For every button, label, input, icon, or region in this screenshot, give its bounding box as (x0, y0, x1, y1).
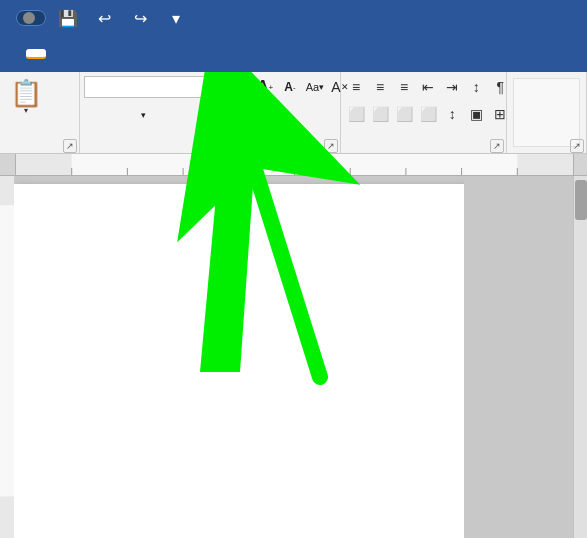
align-left-icon: ⬜ (348, 106, 365, 122)
title-bar: 💾 ↩ ↪ ▾ (0, 0, 587, 36)
numbered-list-icon: ≡ (376, 79, 384, 95)
clipboard-small-buttons (50, 78, 74, 142)
ruler-right-corner (573, 154, 587, 176)
paragraph-dialog-launcher[interactable]: ↗ (490, 139, 504, 153)
italic-button[interactable] (108, 104, 130, 126)
paragraph-group-top: ≡ ≡ ≡ ⇤ ⇥ ↕ ¶ (345, 76, 502, 149)
ruler-left-corner (0, 154, 16, 176)
redo-icon[interactable]: ↪ (126, 4, 154, 32)
para-top-row: ≡ ≡ ≡ ⇤ ⇥ ↕ ¶ (345, 76, 511, 98)
font-group: ▾ A+ A- Aa▾ A✕ (80, 72, 341, 153)
scrollbar-thumb[interactable] (575, 180, 587, 220)
document-page[interactable] (14, 184, 464, 538)
ruler-area (0, 154, 587, 176)
highlight-color-bar (266, 118, 280, 121)
menu-design[interactable] (70, 50, 90, 58)
border-icon: ⊞ (494, 106, 506, 122)
svg-rect-12 (0, 205, 14, 496)
title-bar-left: 💾 ↩ ↪ ▾ (8, 4, 190, 32)
font-grow-icon: A (257, 78, 269, 96)
multilevel-list-button[interactable]: ≡ (393, 76, 415, 98)
font-label (84, 149, 336, 153)
sort-icon: ↕ (473, 79, 480, 95)
toggle-knob (23, 12, 35, 24)
multilevel-list-icon: ≡ (400, 79, 408, 95)
undo-icon[interactable]: ↩ (90, 4, 118, 32)
font-bottom-row: ▾ ▾ (84, 103, 284, 127)
vertical-ruler (0, 176, 14, 538)
strikethrough-button[interactable] (156, 104, 178, 126)
decrease-indent-icon: ⇤ (422, 79, 434, 95)
line-spacing-button[interactable]: ↕ (441, 103, 463, 125)
decrease-indent-button[interactable]: ⇤ (417, 76, 439, 98)
styles-group-content (513, 78, 580, 147)
highlight-button[interactable]: ▾ (262, 103, 284, 127)
align-left-button[interactable]: ⬜ (345, 103, 367, 125)
subscript-button[interactable] (180, 104, 202, 126)
styles-dialog-launcher[interactable]: ↗ (570, 139, 584, 153)
font-name-dropdown-icon[interactable]: ▾ (203, 82, 208, 92)
justify-icon: ⬜ (420, 106, 437, 122)
save-icon[interactable]: 💾 (54, 4, 82, 32)
menu-insert[interactable] (48, 50, 68, 58)
clipboard-group: 📋 ▾ ↗ (0, 72, 80, 153)
document-area (0, 176, 587, 538)
align-center-button[interactable]: ⬜ (369, 103, 391, 125)
menu-file[interactable] (4, 50, 24, 58)
paragraph-group: ≡ ≡ ≡ ⇤ ⇥ ↕ ¶ (341, 72, 507, 153)
font-name-selector[interactable]: ▾ (84, 76, 212, 98)
paste-icon: 📋 (10, 80, 42, 106)
change-case-icon: Aa (306, 81, 319, 93)
autosave-toggle[interactable] (16, 10, 46, 26)
horizontal-ruler (16, 154, 573, 176)
align-right-button[interactable]: ⬜ (393, 103, 415, 125)
clear-format-icon: A (331, 79, 340, 95)
ribbon: 📋 ▾ ↗ ▾ (0, 72, 587, 154)
align-right-icon: ⬜ (396, 106, 413, 122)
font-group-top: ▾ A+ A- Aa▾ A✕ (84, 76, 336, 149)
align-center-icon: ⬜ (372, 106, 389, 122)
font-grow-button[interactable]: A+ (254, 76, 276, 98)
menu-references[interactable] (114, 50, 134, 58)
numbered-list-button[interactable]: ≡ (369, 76, 391, 98)
shading-icon: ▣ (470, 106, 483, 122)
para-bottom-row: ⬜ ⬜ ⬜ ⬜ ↕ ▣ ⊞ (345, 103, 511, 125)
underline-button[interactable]: ▾ (132, 104, 154, 126)
justify-button[interactable]: ⬜ (417, 103, 439, 125)
font-color-button[interactable]: ▾ (238, 103, 260, 127)
paste-button[interactable]: 📋 ▾ (4, 76, 48, 117)
increase-indent-button[interactable]: ⇥ (441, 76, 463, 98)
shading-button[interactable]: ▣ (465, 103, 487, 125)
clipboard-dialog-launcher[interactable]: ↗ (63, 139, 77, 153)
line-spacing-icon: ↕ (449, 106, 456, 122)
customize-quick-access-icon[interactable]: ▾ (162, 4, 190, 32)
font-top-row: ▾ A+ A- Aa▾ A✕ (84, 76, 351, 98)
menu-layout[interactable] (92, 50, 112, 58)
font-shrink-icon: A (284, 80, 293, 94)
menu-mailings[interactable] (136, 50, 156, 58)
sort-button[interactable]: ↕ (465, 76, 487, 98)
font-color-bar (242, 118, 256, 121)
change-case-button[interactable]: Aa▾ (304, 76, 326, 98)
copy-button[interactable] (50, 100, 74, 120)
font-dialog-launcher[interactable]: ↗ (324, 139, 338, 153)
increase-indent-icon: ⇥ (446, 79, 458, 95)
pilcrow-icon: ¶ (496, 79, 504, 95)
font-shrink-button[interactable]: A- (279, 76, 301, 98)
styles-group: ↗ (507, 72, 587, 153)
menu-bar (0, 36, 587, 72)
page-right-margin (464, 176, 573, 538)
vertical-scrollbar[interactable] (573, 176, 587, 538)
font-size-selector[interactable] (215, 76, 251, 98)
cut-button[interactable] (50, 78, 74, 98)
paste-dropdown-arrow[interactable]: ▾ (24, 106, 28, 115)
menu-home[interactable] (26, 49, 46, 59)
bold-button[interactable] (84, 104, 106, 126)
bullet-list-icon: ≡ (352, 79, 360, 95)
paragraph-label (345, 149, 502, 153)
superscript-button[interactable] (204, 104, 226, 126)
bullet-list-button[interactable]: ≡ (345, 76, 367, 98)
